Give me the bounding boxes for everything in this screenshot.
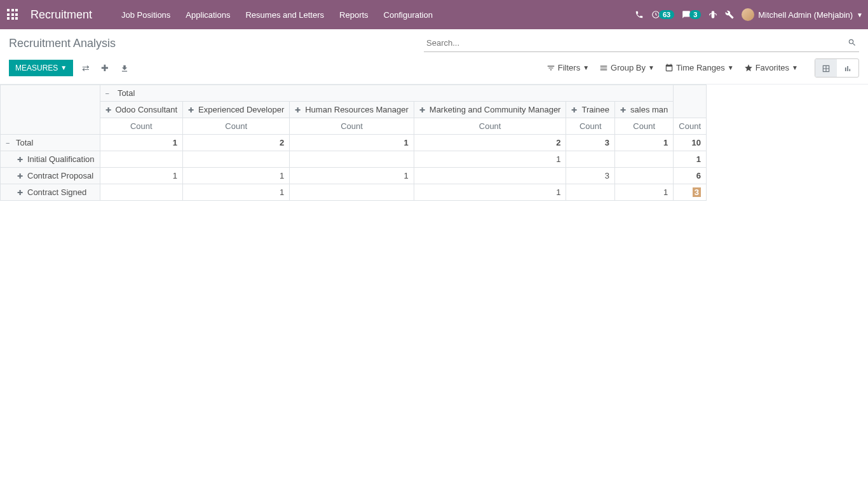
caret-down-icon: ▼ xyxy=(60,64,67,71)
search-input[interactable] xyxy=(424,34,859,52)
cell-value: 3 xyxy=(566,167,615,184)
main-navbar: Recruitment Job Positions Applications R… xyxy=(0,0,868,29)
pivot-corner xyxy=(1,85,100,134)
cell-value: 1 xyxy=(100,167,183,184)
cell-value: 1 xyxy=(100,134,183,151)
activity-badge: 63 xyxy=(659,10,674,19)
user-name: Mitchell Admin (Mehjabin) xyxy=(758,10,853,20)
cell-value xyxy=(615,151,674,167)
cell-value xyxy=(566,151,615,167)
graph-view-button[interactable] xyxy=(837,59,858,77)
expand-icon[interactable]: ✚ xyxy=(105,106,113,114)
table-row: −Total12123110 xyxy=(1,134,707,151)
favorites-button[interactable]: Favorites ▼ xyxy=(744,63,798,72)
cell-value: 6 xyxy=(674,167,707,184)
col-header[interactable]: ✚Trainee xyxy=(566,101,615,118)
col-header[interactable]: ✚Human Resources Manager xyxy=(290,101,414,118)
cell-value xyxy=(566,184,615,200)
cell-value xyxy=(414,167,566,184)
cell-value xyxy=(615,167,674,184)
expand-icon[interactable]: ✚ xyxy=(17,156,25,164)
avatar xyxy=(742,8,754,21)
download-icon[interactable] xyxy=(118,60,132,76)
breadcrumb-bar: Recruitment Analysis xyxy=(0,29,868,52)
cell-value: 1 xyxy=(615,184,674,200)
expand-all-icon[interactable]: ✚ xyxy=(98,60,111,76)
count-header: Count xyxy=(100,118,183,134)
nav-reports[interactable]: Reports xyxy=(333,6,375,24)
col-total-header[interactable]: − Total xyxy=(100,85,674,101)
apps-icon[interactable] xyxy=(5,7,20,22)
phone-icon[interactable] xyxy=(635,10,644,19)
collapse-icon[interactable]: − xyxy=(6,139,13,147)
count-header: Count xyxy=(674,118,707,134)
row-header[interactable]: ✚Contract Signed xyxy=(1,184,100,200)
cell-value: 1 xyxy=(183,184,290,200)
col-header[interactable]: ✚Experienced Developer xyxy=(183,101,290,118)
activity-icon[interactable]: 63 xyxy=(651,10,674,19)
cell-value: 1 xyxy=(414,151,566,167)
flip-axis-icon[interactable]: ⇄ xyxy=(79,60,92,76)
expand-icon[interactable]: ✚ xyxy=(17,172,25,180)
chat-badge: 3 xyxy=(689,10,701,19)
count-header: Count xyxy=(615,118,674,134)
nav-menu: Job Positions Applications Resumes and L… xyxy=(115,6,439,24)
cell-value: 10 xyxy=(674,134,707,151)
row-header[interactable]: ✚Contract Proposal xyxy=(1,167,100,184)
expand-icon[interactable]: ✚ xyxy=(419,106,427,114)
user-menu[interactable]: Mitchell Admin (Mehjabin) ▼ xyxy=(742,8,863,21)
cell-value: 2 xyxy=(183,134,290,151)
cell-value xyxy=(100,184,183,200)
pivot-view-button[interactable] xyxy=(815,59,837,77)
cell-value xyxy=(290,184,414,200)
cell-value: 1 xyxy=(183,167,290,184)
expand-icon[interactable]: ✚ xyxy=(571,106,579,114)
tools-icon[interactable] xyxy=(725,10,734,19)
groupby-button[interactable]: Group By ▼ xyxy=(599,63,654,72)
pivot-container: − Total ✚Odoo Consultant✚Experienced Dev… xyxy=(0,85,868,201)
nav-resumes[interactable]: Resumes and Letters xyxy=(239,6,330,24)
cell-value: 1 xyxy=(615,134,674,151)
cell-value: 3 xyxy=(674,184,707,200)
count-header: Count xyxy=(566,118,615,134)
bug-icon[interactable] xyxy=(709,10,717,19)
cell-value xyxy=(100,151,183,167)
col-header[interactable]: ✚sales man xyxy=(615,101,674,118)
expand-icon[interactable]: ✚ xyxy=(17,189,25,197)
table-row: ✚Contract Proposal11136 xyxy=(1,167,707,184)
measures-button[interactable]: MEASURES ▼ xyxy=(9,60,73,76)
nav-applications[interactable]: Applications xyxy=(179,6,236,24)
count-header: Count xyxy=(183,118,290,134)
expand-icon[interactable]: ✚ xyxy=(188,106,196,114)
table-row: ✚Initial Qualification11 xyxy=(1,151,707,167)
brand-title[interactable]: Recruitment xyxy=(31,8,92,22)
cp-right: Filters ▼ Group By ▼ Time Ranges ▼ Favor… xyxy=(546,58,859,78)
chat-icon[interactable]: 3 xyxy=(682,10,701,19)
search-icon[interactable] xyxy=(848,37,857,47)
cp-left: MEASURES ▼ ⇄ ✚ xyxy=(9,60,132,76)
col-header[interactable]: ✚Odoo Consultant xyxy=(100,101,183,118)
count-header: Count xyxy=(414,118,566,134)
caret-down-icon: ▼ xyxy=(648,64,654,71)
search-area xyxy=(424,34,859,52)
grand-total-col xyxy=(674,85,707,118)
view-switcher xyxy=(815,58,859,78)
row-header[interactable]: −Total xyxy=(1,134,100,151)
timeranges-button[interactable]: Time Ranges ▼ xyxy=(665,63,734,72)
navbar-right: 63 3 Mitchell Admin (Mehjabin) ▼ xyxy=(635,8,863,21)
expand-icon[interactable]: ✚ xyxy=(620,106,628,114)
cell-value: 1 xyxy=(290,167,414,184)
nav-configuration[interactable]: Configuration xyxy=(377,6,439,24)
cell-value: 1 xyxy=(290,134,414,151)
expand-icon[interactable]: ✚ xyxy=(295,106,302,114)
caret-down-icon: ▼ xyxy=(792,64,798,71)
nav-job-positions[interactable]: Job Positions xyxy=(115,6,177,24)
filters-button[interactable]: Filters ▼ xyxy=(546,63,589,72)
collapse-icon[interactable]: − xyxy=(105,90,113,97)
control-panel: MEASURES ▼ ⇄ ✚ Filters ▼ Group By ▼ Time… xyxy=(0,52,868,85)
col-header[interactable]: ✚Marketing and Community Manager xyxy=(414,101,566,118)
cell-value: 1 xyxy=(674,151,707,167)
cell-value: 1 xyxy=(414,184,566,200)
caret-down-icon: ▼ xyxy=(857,11,863,18)
row-header[interactable]: ✚Initial Qualification xyxy=(1,151,100,167)
